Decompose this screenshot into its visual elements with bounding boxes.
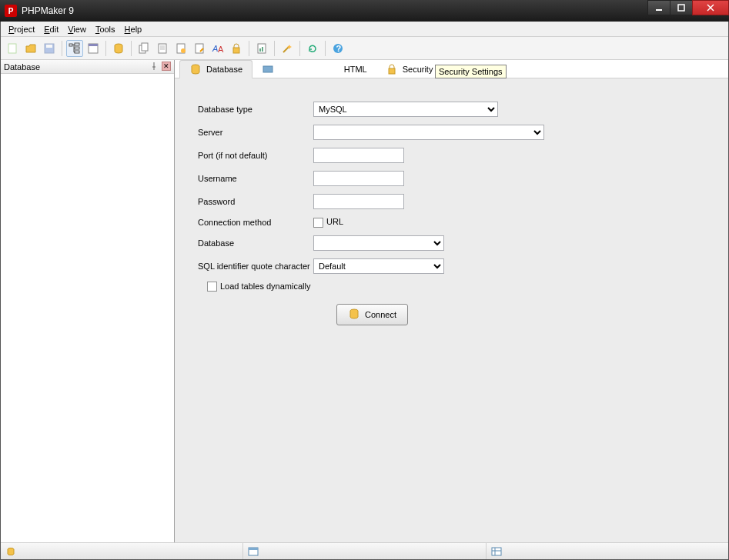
- connect-icon: [348, 308, 360, 322]
- database-icon: [189, 63, 202, 75]
- dbtype-label: Database type: [198, 105, 313, 114]
- close-button[interactable]: [692, 0, 729, 15]
- page-icon[interactable]: [154, 40, 171, 57]
- status-db-icon: [5, 546, 16, 557]
- url-checkbox-wrap[interactable]: URL: [313, 217, 343, 228]
- database-label: Database: [198, 238, 313, 248]
- menu-view[interactable]: View: [63, 23, 91, 35]
- status-field-icon: [491, 546, 502, 557]
- svg-rect-12: [89, 44, 98, 46]
- db-icon[interactable]: [110, 40, 127, 57]
- tab-label: HTML: [344, 65, 367, 74]
- svg-rect-7: [69, 44, 72, 46]
- status-cell-1: [1, 543, 243, 559]
- status-cell-2: [243, 543, 486, 559]
- database-form: Database type MySQL Server Port (if not …: [175, 78, 728, 348]
- password-label: Password: [198, 197, 313, 206]
- menu-project[interactable]: Project: [4, 23, 39, 35]
- svg-rect-30: [389, 68, 395, 74]
- tab-bar: Database PHP HTML Security: [175, 60, 728, 78]
- svg-rect-34: [249, 548, 258, 550]
- menubar: Project Edit View Tools Help: [1, 22, 728, 37]
- password-input[interactable]: [313, 194, 404, 209]
- port-label: Port (if not default): [198, 151, 313, 160]
- menu-edit[interactable]: Edit: [39, 23, 63, 35]
- new-icon[interactable]: [4, 40, 21, 57]
- connect-label: Connect: [365, 310, 396, 319]
- lock-icon[interactable]: [228, 40, 245, 57]
- tab-database[interactable]: Database: [179, 60, 252, 78]
- dbtype-select[interactable]: MySQL: [313, 102, 498, 117]
- copy-icon[interactable]: [135, 40, 152, 57]
- save-icon[interactable]: [41, 40, 58, 57]
- toolbar-separator: [299, 41, 300, 56]
- pin-icon[interactable]: [149, 62, 159, 71]
- tree-icon[interactable]: [66, 40, 83, 57]
- security-lock-icon: [386, 63, 398, 75]
- tab-html[interactable]: HTML: [306, 60, 376, 78]
- url-label: URL: [326, 217, 343, 226]
- sqlquote-select[interactable]: Default: [313, 258, 444, 274]
- tab-label: Security: [403, 65, 433, 74]
- php-icon: [262, 63, 274, 75]
- panel-icon[interactable]: [85, 40, 102, 57]
- svg-point-18: [181, 48, 186, 53]
- panel-close-icon[interactable]: ✕: [162, 62, 171, 71]
- username-label: Username: [198, 174, 313, 183]
- report-icon[interactable]: [253, 40, 270, 57]
- window-title: PHPMaker 9: [22, 5, 74, 16]
- left-panel-title: Database: [4, 62, 40, 72]
- edit-page-icon[interactable]: [191, 40, 208, 57]
- svg-text:A: A: [218, 45, 224, 54]
- toolbar-separator: [62, 41, 62, 56]
- maximize-button[interactable]: [670, 0, 693, 15]
- database-tree[interactable]: [1, 74, 174, 542]
- menu-tools[interactable]: Tools: [91, 23, 120, 35]
- font-icon[interactable]: AA: [209, 40, 226, 57]
- refresh-icon[interactable]: [304, 40, 321, 57]
- svg-rect-16: [159, 44, 166, 53]
- minimize-button[interactable]: [647, 0, 670, 15]
- menu-help[interactable]: Help: [120, 23, 147, 35]
- svg-rect-9: [75, 47, 79, 49]
- page2-icon[interactable]: [172, 40, 189, 57]
- toolbar-separator: [105, 41, 106, 56]
- wand-icon[interactable]: [279, 40, 296, 57]
- app-icon: P: [5, 5, 17, 17]
- port-input[interactable]: [313, 148, 404, 163]
- server-label: Server: [198, 128, 313, 137]
- left-panel: Database ✕: [1, 60, 175, 542]
- svg-rect-19: [196, 44, 203, 53]
- loadtables-checkbox-wrap[interactable]: Load tables dynamically: [207, 282, 310, 292]
- open-icon[interactable]: [22, 40, 39, 57]
- connect-button[interactable]: Connect: [336, 304, 408, 325]
- tooltip: Security Settings: [435, 65, 507, 78]
- help-icon[interactable]: ?: [329, 40, 346, 57]
- database-select[interactable]: [313, 235, 444, 251]
- svg-rect-22: [233, 48, 239, 53]
- toolbar-separator: [249, 41, 249, 56]
- toolbar-separator: [274, 41, 275, 56]
- svg-rect-24: [259, 48, 261, 52]
- svg-rect-4: [8, 44, 16, 53]
- status-table-icon: [248, 546, 259, 557]
- toolbar-separator: [325, 41, 326, 56]
- titlebar: P PHPMaker 9: [0, 0, 729, 22]
- url-checkbox[interactable]: [313, 218, 323, 228]
- svg-rect-15: [142, 43, 148, 51]
- svg-rect-1: [678, 5, 684, 11]
- toolbar: AA ?: [1, 37, 728, 60]
- server-select[interactable]: [313, 125, 544, 140]
- tab-security[interactable]: Security: [376, 60, 443, 78]
- tab-label: Database: [206, 65, 242, 74]
- svg-rect-29: [263, 66, 273, 72]
- sqlquote-label: SQL identifier quote character: [198, 262, 313, 271]
- loadtables-checkbox[interactable]: [207, 282, 217, 292]
- status-cell-3: [487, 543, 728, 559]
- tab-php[interactable]: PHP: [252, 60, 306, 78]
- svg-rect-8: [75, 43, 79, 45]
- svg-text:?: ?: [336, 44, 342, 53]
- toolbar-separator: [131, 41, 132, 56]
- left-panel-header: Database ✕: [1, 60, 174, 74]
- username-input[interactable]: [313, 171, 404, 186]
